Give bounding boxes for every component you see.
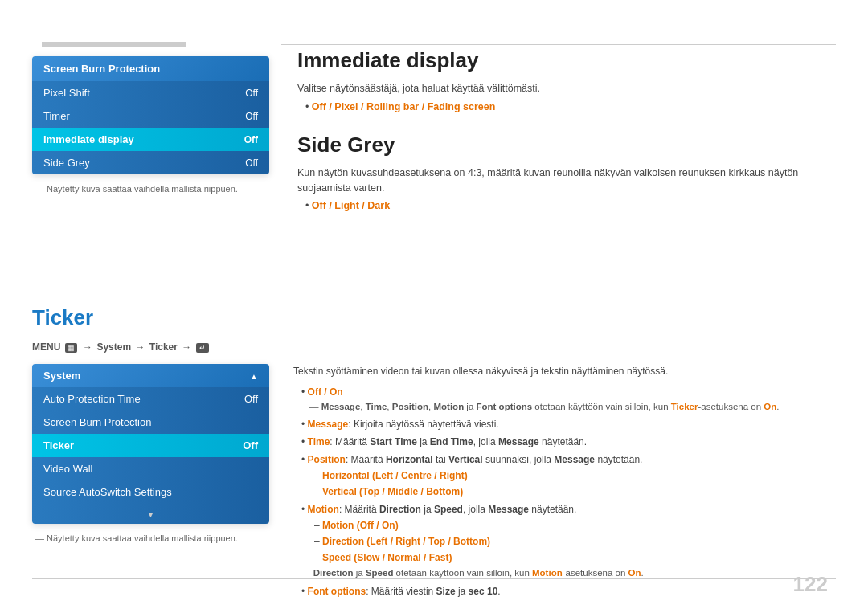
ticker-note: Näytetty kuva saattaa vaihdella mallista… — [32, 533, 269, 543]
system-menu-header: System — [32, 364, 269, 387]
font-options-label: Font options — [308, 586, 366, 597]
speed-ref: Speed — [366, 568, 394, 578]
immediate-display-label: Immediate display — [43, 133, 134, 145]
source-autoswitch-item[interactable]: Source AutoSwitch Settings — [32, 480, 269, 504]
motion-off-on-sub: Motion (Off / On) — [314, 518, 836, 533]
enter-icon: ↵ — [196, 343, 209, 353]
page-number: 122 — [793, 572, 828, 597]
menu-path-ticker: Ticker — [149, 341, 178, 353]
menu-path-system: System — [96, 341, 131, 353]
time-bold: Time — [366, 402, 387, 411]
screen-burn-header: Screen Burn Protection — [32, 56, 269, 81]
right-content-panel: Immediate display Valitse näytönsäästäjä… — [297, 48, 836, 218]
pixel-shift-label: Pixel Shift — [43, 87, 90, 99]
font-text3: . — [497, 586, 500, 597]
vertical-bold: Vertical — [448, 454, 483, 465]
side-grey-label: Side Grey — [43, 157, 90, 169]
speed-opt: Speed (Slow / Normal / Fast) — [322, 552, 452, 563]
ticker-menu-label: Ticker — [43, 439, 74, 452]
video-wall-label: Video Wall — [43, 463, 92, 475]
motion-bold: Motion — [433, 402, 464, 411]
side-grey-title: Side Grey — [297, 133, 836, 157]
speed-bold: Speed — [434, 504, 463, 515]
motion-ref: Motion — [532, 568, 563, 578]
chevron-up-icon — [250, 370, 258, 382]
font-options-bold: Font options — [477, 402, 533, 411]
time-label: Time — [308, 436, 330, 447]
off-on-note: — Message, Time, Position, Motion ja Fon… — [301, 402, 779, 411]
auto-protection-value: Off — [244, 393, 258, 405]
screen-burn-protection-item[interactable]: Screen Burn Protection — [32, 411, 269, 434]
menu-path-menu: MENU — [32, 341, 60, 353]
ticker-description: Tekstin syöttäminen videon tai kuvan oll… — [293, 364, 836, 378]
ticker-bullet-list: Off / On — Message, Time, Position, Moti… — [293, 385, 836, 599]
message-bold: Message — [321, 402, 361, 411]
top-bar-accent — [42, 42, 186, 47]
auto-protection-item[interactable]: Auto Protection Time Off — [32, 387, 269, 411]
message-ref2: Message — [498, 436, 539, 447]
immediate-display-options: Off / Pixel / Rolling bar / Fading scree… — [312, 101, 496, 112]
side-grey-bullet-1: Off / Light / Dark — [305, 200, 836, 211]
chevron-down-row: ▼ — [32, 504, 269, 524]
position-text: : Määritä — [346, 454, 386, 465]
menu-path: MENU ▦ → System → Ticker → ↵ — [32, 341, 836, 353]
speed-sub: Speed (Slow / Normal / Fast) — [314, 550, 836, 565]
motion-and: ja — [421, 504, 434, 515]
ticker-bullet-motion: Motion: Määritä Direction ja Speed, joll… — [301, 502, 836, 580]
source-autoswitch-label: Source AutoSwitch Settings — [43, 486, 172, 498]
video-wall-item[interactable]: Video Wall — [32, 457, 269, 480]
ticker-right-panel: Tekstin syöttäminen videon tai kuvan oll… — [293, 364, 836, 602]
ticker-bullet-font: Font options: Määritä viestin Size ja se… — [301, 584, 836, 599]
ticker-title: Ticker — [32, 305, 836, 330]
timer-label: Timer — [43, 110, 70, 122]
side-grey-options: Off / Light / Dark — [312, 200, 390, 211]
side-grey-desc: Kun näytön kuvasuhdeasetuksena on 4:3, m… — [297, 166, 836, 196]
message-text: : Kirjoita näytössä näytettävä viesti. — [348, 419, 498, 430]
motion-sub-bullets: Motion (Off / On) Direction (Left / Righ… — [301, 518, 836, 565]
ticker-section: Ticker MENU ▦ → System → Ticker → ↵ Syst… — [32, 305, 836, 602]
horizontal-opt: Horizontal (Left / Centre / Right) — [322, 470, 468, 481]
pos-or: tai — [433, 454, 448, 465]
top-bar-line — [281, 44, 836, 45]
immediate-display-desc: Valitse näytönsäästäjä, jota haluat käyt… — [297, 81, 836, 96]
on-ref: On — [764, 402, 776, 411]
arrow3: → — [182, 341, 191, 353]
timer-value: Off — [245, 111, 258, 122]
font-text: : Määritä viestin — [366, 586, 436, 597]
system-label: System — [43, 370, 80, 382]
position-sub-bullets: Horizontal (Left / Centre / Right) Verti… — [301, 468, 836, 499]
immediate-display-bullet-1: Off / Pixel / Rolling bar / Fading scree… — [305, 101, 836, 112]
motion-text3: näytetään. — [529, 504, 576, 515]
side-grey-item[interactable]: Side Grey Off — [32, 151, 269, 174]
ticker-bullet-message: Message: Kirjoita näytössä näytettävä vi… — [301, 417, 836, 431]
vertical-opt: Vertical (Top / Middle / Bottom) — [322, 486, 463, 497]
motion-off-on-opt: Motion (Off / On) — [322, 520, 399, 531]
position-text3: näytetään. — [595, 454, 642, 465]
horizontal-bold: Horizontal — [386, 454, 433, 465]
pixel-shift-item[interactable]: Pixel Shift Off — [32, 81, 269, 104]
menu-icon: ▦ — [65, 343, 77, 353]
vertical-sub: Vertical (Top / Middle / Bottom) — [314, 484, 836, 499]
screen-burn-protection-label: Screen Burn Protection — [43, 416, 151, 428]
motion-label: Motion — [308, 504, 339, 515]
off-on-label: Off / On — [308, 386, 343, 398]
direction-ref: Direction — [313, 568, 354, 578]
sec-bold: sec 10 — [469, 586, 498, 597]
ticker-menu-item[interactable]: Ticker Off — [32, 434, 269, 457]
immediate-display-value: Off — [244, 134, 258, 145]
time-text3: näytetään. — [539, 436, 587, 447]
timer-item[interactable]: Timer Off — [32, 104, 269, 128]
immediate-display-item[interactable]: Immediate display Off — [32, 128, 269, 151]
immediate-display-bullets: Off / Pixel / Rolling bar / Fading scree… — [297, 101, 836, 112]
pixel-shift-value: Off — [245, 88, 258, 99]
font-text2: ja — [456, 586, 469, 597]
direction-bold: Direction — [379, 504, 421, 515]
ticker-ref: Ticker — [671, 402, 698, 411]
chevron-down-icon: ▼ — [147, 510, 155, 519]
position-label: Position — [308, 454, 346, 465]
end-time-bold: End Time — [430, 436, 473, 447]
start-time-bold: Start Time — [370, 436, 416, 447]
position-bold: Position — [392, 402, 428, 411]
ticker-bullet-off-on: Off / On — Message, Time, Position, Moti… — [301, 385, 836, 414]
message-label: Message — [308, 419, 349, 430]
